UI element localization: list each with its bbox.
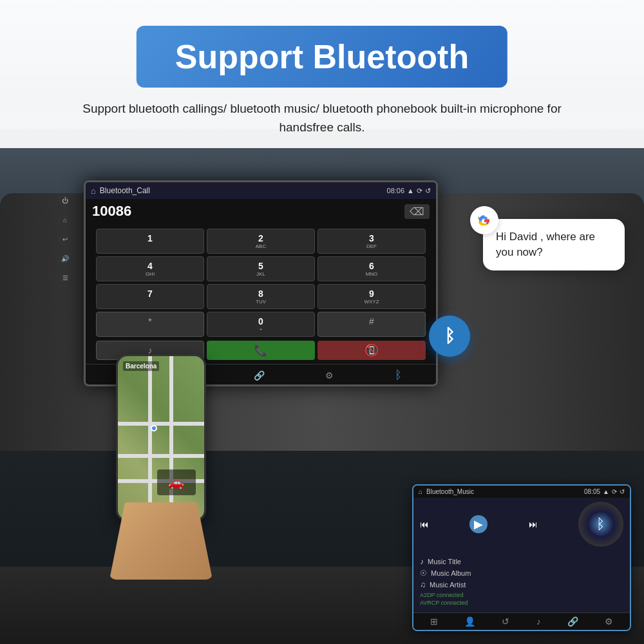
music-home-icon: ⌂ [419, 488, 422, 495]
rotate-icon: ⟳ [417, 187, 422, 195]
music-player: ⌂ Bluetooth_Music 08:05 ▲ ⟳ ↺ ⏮ ▶ ⏭ ᛒ ♪ … [412, 484, 631, 631]
track-album: Music Album [431, 569, 471, 577]
road-h2 [118, 454, 204, 458]
music-refresh-icon: ⟳ [612, 488, 617, 495]
back-icon: ↺ [425, 187, 431, 195]
vinyl-bt-icon: ᛒ [596, 516, 605, 533]
assistant-bubble: Hi David , where are you now? [483, 219, 625, 270]
a2dp-status: A2DP connected [420, 592, 623, 598]
screen-home-icon: ⌂ [91, 186, 96, 196]
music-screen-title: Bluetooth_Music [426, 488, 474, 495]
track-title-row: ♪ Music Title [420, 557, 623, 566]
nav-bt-icon[interactable]: ᛒ [395, 368, 402, 382]
key-2[interactable]: 2ABC [207, 229, 315, 254]
assistant-icon [470, 206, 498, 234]
power-button[interactable]: ⏻ [58, 193, 72, 207]
track-artist: Music Artist [430, 581, 466, 589]
key-5[interactable]: 5JKL [207, 256, 315, 281]
nav-settings-icon[interactable]: ⚙ [325, 370, 334, 381]
music-nav-settings[interactable]: ⚙ [605, 616, 613, 627]
key-7[interactable]: 7 [96, 284, 204, 309]
key-9[interactable]: 9WXYZ [317, 284, 426, 309]
assistant-text: Hi David , where are you now? [496, 229, 612, 260]
home-button[interactable]: ⌂ [58, 213, 72, 227]
nav-link-icon[interactable]: 🔗 [254, 370, 265, 381]
signal-icon: ▲ [407, 187, 414, 194]
music-nav-apps[interactable]: ⊞ [430, 616, 438, 627]
music-wifi-icon: ▲ [603, 488, 609, 495]
key-3[interactable]: 3DEF [317, 229, 426, 254]
screen-title: Bluetooth_Call [100, 186, 150, 195]
top-section: Support Bluetooth Support bluetooth call… [0, 0, 644, 148]
music-nav-phone[interactable]: ↺ [502, 616, 509, 627]
screen-header-right: 08:06 ▲ ⟳ ↺ [387, 187, 431, 195]
music-header-left: ⌂ Bluetooth_Music [419, 488, 474, 495]
location-dot [151, 425, 157, 431]
track-artist-row: ♫ Music Artist [420, 580, 623, 589]
music-info: ♪ Music Title ☉ Music Album ♫ Music Arti… [420, 557, 623, 606]
keypad-grid: 1 2ABC 3DEF 4GHI 5JKL 6MNO 7 8TUV 9WXYZ … [96, 229, 426, 337]
track-album-row: ☉ Music Album [420, 569, 623, 578]
car-icon: 🚗 [168, 475, 184, 490]
key-6[interactable]: 6MNO [317, 256, 426, 281]
hand-shape [109, 502, 213, 580]
screen-header: ⌂ Bluetooth_Call 08:06 ▲ ⟳ ↺ [86, 182, 436, 199]
screen-header-left: ⌂ Bluetooth_Call [91, 186, 150, 196]
screen-time: 08:06 [387, 187, 405, 194]
title-text: Support Bluetooth [175, 38, 469, 75]
key-hash[interactable]: # [317, 312, 426, 337]
vinyl-disc: ᛒ [578, 502, 623, 547]
bt-symbol: ᛒ [444, 326, 455, 346]
note-icon: ♪ [420, 557, 424, 566]
next-button[interactable]: ⏭ [529, 519, 538, 529]
hand-area [97, 489, 225, 580]
key-star[interactable]: * [96, 312, 204, 337]
subtitle-text: Support bluetooth callings/ bluetooth mu… [71, 100, 573, 137]
music-header-right: 08:05 ▲ ⟳ ↺ [584, 488, 625, 495]
music-back-icon: ↺ [620, 488, 625, 495]
map-label: Barcelona [123, 361, 159, 371]
music-controls: ⏮ ▶ ⏭ ᛒ [413, 498, 630, 551]
dial-display: 10086 ⌫ [86, 199, 436, 223]
key-0[interactable]: 0+ [207, 312, 315, 337]
backspace-button[interactable]: ⌫ [404, 204, 430, 219]
road-h1 [118, 422, 204, 426]
prev-button[interactable]: ⏮ [420, 519, 429, 529]
menu-button[interactable]: ☰ [58, 270, 72, 285]
phone-hand: Barcelona 🚗 [97, 354, 225, 580]
album-icon: ☉ [420, 569, 427, 578]
music-time: 08:05 [584, 488, 600, 495]
music-bottom-nav: ⊞ 👤 ↺ ♪ 🔗 ⚙ [413, 612, 630, 630]
end-call-button[interactable]: 📵 [317, 341, 426, 360]
music-nav-note[interactable]: ♪ [536, 616, 541, 627]
back-button[interactable]: ↩ [58, 232, 72, 246]
music-content: ♪ Music Title ☉ Music Album ♫ Music Arti… [413, 551, 630, 612]
key-8[interactable]: 8TUV [207, 284, 315, 309]
keypad: 1 2ABC 3DEF 4GHI 5JKL 6MNO 7 8TUV 9WXYZ … [86, 229, 436, 364]
play-button[interactable]: ▶ [469, 515, 488, 533]
title-badge: Support Bluetooth [137, 26, 507, 88]
key-1[interactable]: 1 [96, 229, 204, 254]
music-player-header: ⌂ Bluetooth_Music 08:05 ▲ ⟳ ↺ [413, 486, 630, 498]
avrcp-status: AVRCP connected [420, 600, 623, 606]
bluetooth-float-icon: ᛒ [429, 316, 470, 357]
volume-button[interactable]: 🔊 [58, 251, 72, 265]
dial-number: 10086 [92, 203, 131, 220]
artist-icon: ♫ [420, 580, 426, 589]
music-nav-person[interactable]: 👤 [464, 616, 475, 627]
music-nav-link[interactable]: 🔗 [567, 616, 578, 627]
car-left-buttons: ⏻ ⌂ ↩ 🔊 ☰ [58, 193, 72, 285]
key-4[interactable]: 4GHI [96, 256, 204, 281]
track-title: Music Title [428, 558, 461, 565]
